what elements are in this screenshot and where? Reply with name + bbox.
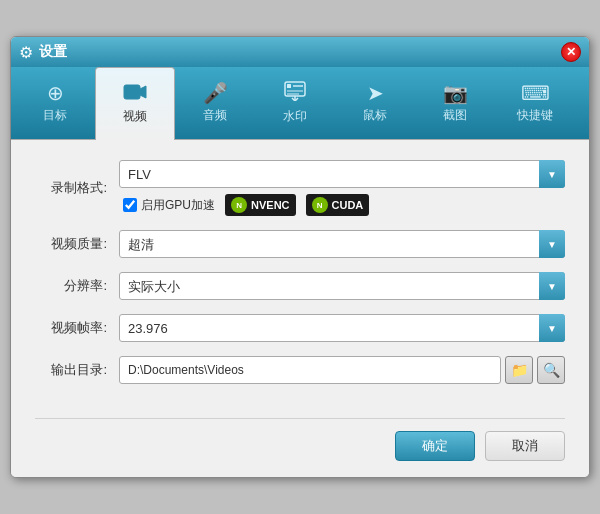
output-path-input[interactable] [119,356,501,384]
screenshot-icon: 📷 [443,83,468,103]
tab-cursor[interactable]: ➤ 鼠标 [335,67,415,139]
cursor-icon: ➤ [367,83,384,103]
tab-watermark[interactable]: 水印 [255,67,335,139]
window-title: 设置 [39,43,561,61]
watermark-icon [284,81,306,104]
folder-icon: 📁 [511,362,528,378]
content-area: 录制格式: FLV 启用GPU加速 N NVENC [11,139,589,418]
tab-video[interactable]: 视频 [95,67,175,140]
nvenc-label: NVENC [251,199,290,211]
quality-label: 视频质量: [35,235,107,253]
output-row: 输出目录: 📁 🔍 [35,356,565,384]
settings-window: ⚙ 设置 ✕ ⊕ 目标 视频 🎤 音频 [10,36,590,478]
title-bar: ⚙ 设置 ✕ [11,37,589,67]
cuda-badge[interactable]: N CUDA [306,194,370,216]
resolution-row: 分辨率: 实际大小 [35,272,565,300]
tab-target[interactable]: ⊕ 目标 [15,67,95,139]
search-path-button[interactable]: 🔍 [537,356,565,384]
format-label: 录制格式: [35,179,107,197]
framerate-controls: 23.976 [119,314,565,342]
cuda-nvidia-logo: N [312,197,328,213]
gear-icon: ⚙ [19,43,33,62]
output-controls: 📁 🔍 [119,356,565,384]
svg-rect-0 [124,85,140,99]
target-icon: ⊕ [47,83,64,103]
tab-bar: ⊕ 目标 视频 🎤 音频 [11,67,589,139]
search-icon: 🔍 [543,362,560,378]
quality-row: 视频质量: 超清 [35,230,565,258]
gpu-checkbox-wrap[interactable]: 启用GPU加速 [123,197,215,214]
quality-controls: 超清 [119,230,565,258]
tab-screenshot[interactable]: 📷 截图 [415,67,495,139]
tab-cursor-label: 鼠标 [363,107,387,124]
audio-icon: 🎤 [203,83,228,103]
nvidia-logo: N [231,197,247,213]
nvenc-badge[interactable]: N NVENC [225,194,296,216]
framerate-select-wrapper: 23.976 [119,314,565,342]
format-select[interactable]: FLV [119,160,565,188]
tab-watermark-label: 水印 [283,108,307,125]
resolution-select-wrapper: 实际大小 [119,272,565,300]
svg-marker-1 [140,86,146,98]
resolution-label: 分辨率: [35,277,107,295]
framerate-select[interactable]: 23.976 [119,314,565,342]
footer: 确定 取消 [11,419,589,477]
tab-audio[interactable]: 🎤 音频 [175,67,255,139]
format-select-wrapper: FLV [119,160,565,188]
shortcut-icon: ⌨ [521,83,550,103]
tab-audio-label: 音频 [203,107,227,124]
resolution-controls: 实际大小 [119,272,565,300]
gpu-checkbox[interactable] [123,198,137,212]
format-row: 录制格式: FLV 启用GPU加速 N NVENC [35,160,565,216]
video-icon [123,83,147,104]
tab-screenshot-label: 截图 [443,107,467,124]
gpu-checkbox-label: 启用GPU加速 [141,197,215,214]
cuda-label: CUDA [332,199,364,211]
svg-rect-3 [287,84,291,88]
quality-select-wrapper: 超清 [119,230,565,258]
cancel-button[interactable]: 取消 [485,431,565,461]
tab-shortcut[interactable]: ⌨ 快捷键 [495,67,575,139]
folder-browse-button[interactable]: 📁 [505,356,533,384]
tab-video-label: 视频 [123,108,147,125]
close-button[interactable]: ✕ [561,42,581,62]
path-row: 📁 🔍 [119,356,565,384]
framerate-label: 视频帧率: [35,319,107,337]
output-label: 输出目录: [35,361,107,379]
gpu-options-row: 启用GPU加速 N NVENC N CUDA [123,194,565,216]
format-controls: FLV 启用GPU加速 N NVENC N C [119,160,565,216]
confirm-button[interactable]: 确定 [395,431,475,461]
framerate-row: 视频帧率: 23.976 [35,314,565,342]
quality-select[interactable]: 超清 [119,230,565,258]
tab-target-label: 目标 [43,107,67,124]
resolution-select[interactable]: 实际大小 [119,272,565,300]
tab-shortcut-label: 快捷键 [517,107,553,124]
